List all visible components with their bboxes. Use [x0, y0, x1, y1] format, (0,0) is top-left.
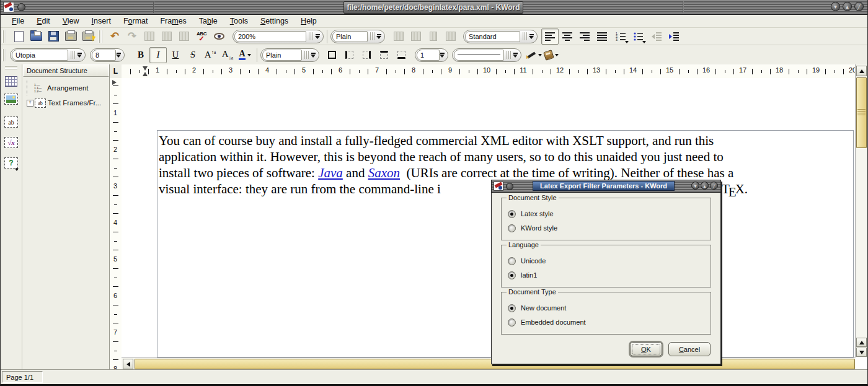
toolbar-handle[interactable] — [5, 66, 17, 70]
v-indent-marker[interactable] — [112, 80, 117, 85]
font-color-button[interactable]: A — [236, 47, 254, 63]
insert-formula-button[interactable]: √x — [2, 134, 20, 151]
scroll-down-button[interactable] — [856, 348, 867, 357]
vertical-scroll-thumb[interactable] — [856, 77, 867, 148]
open-button[interactable] — [27, 29, 45, 45]
dialog-close-button[interactable]: ╱ — [710, 182, 718, 190]
border-bottom-button[interactable] — [392, 47, 410, 63]
chevron-down-icon[interactable] — [513, 53, 518, 58]
dialog-menu-button[interactable] — [506, 183, 513, 190]
menu-edit[interactable]: Edit — [30, 17, 56, 25]
chevron-down-icon[interactable] — [311, 53, 316, 58]
border-right-button[interactable] — [358, 47, 375, 63]
align-right-button[interactable] — [576, 29, 593, 45]
edit-frame-button-3[interactable] — [175, 29, 193, 45]
toolbar-handle[interactable] — [2, 30, 7, 43]
radio-option-unicode[interactable]: Unicode — [508, 256, 546, 266]
minimize-button[interactable]: ▼ — [831, 2, 840, 11]
tab-selector[interactable]: L — [110, 64, 122, 79]
indent-marker[interactable] — [143, 66, 148, 76]
chevron-down-icon[interactable] — [642, 41, 646, 43]
align-justify-button[interactable] — [593, 29, 611, 45]
close-button[interactable]: ╱ — [854, 2, 864, 11]
horizontal-ruler[interactable]: 1234567891011121314151617181920 — [122, 64, 855, 79]
create-style-button[interactable] — [390, 29, 407, 45]
superscript-button[interactable]: A↑a — [202, 47, 219, 63]
dialog-titlebar[interactable]: Latex Export Filter Parameters - KWord ▼… — [492, 180, 720, 193]
radio-option-new-document[interactable]: New document — [508, 303, 566, 313]
menu-tools[interactable]: Tools — [224, 17, 254, 25]
bold-button[interactable]: B — [132, 47, 149, 63]
align-left-button[interactable] — [541, 29, 559, 45]
frame-style-combo[interactable]: Plain — [260, 48, 319, 62]
border-left-button[interactable] — [340, 47, 358, 63]
border-line-style-combo[interactable] — [452, 48, 521, 62]
menu-view[interactable]: View — [56, 17, 86, 25]
window-menu-button[interactable] — [17, 3, 25, 11]
chevron-down-icon[interactable] — [529, 34, 534, 39]
insert-object-button[interactable]: ? — [2, 154, 20, 172]
menu-format[interactable]: Format — [117, 17, 154, 25]
subscript-button[interactable]: A↓a — [219, 47, 236, 63]
insert-text-frame-button[interactable]: ab — [2, 113, 20, 131]
chevron-down-icon[interactable] — [15, 169, 19, 171]
document-canvas[interactable]: You can of course buy and install a full… — [122, 78, 855, 357]
tree-expander[interactable]: + — [27, 100, 33, 107]
font-size-combo[interactable]: 8 — [90, 48, 125, 62]
radio-button[interactable] — [508, 224, 516, 232]
radio-option-latin1[interactable]: latin1 — [508, 270, 537, 280]
maximize-button[interactable]: ▲ — [843, 2, 852, 11]
border-all-button[interactable] — [323, 47, 340, 63]
cancel-button[interactable]: Cancel — [668, 342, 711, 356]
latex-export-dialog[interactable]: Latex Export Filter Parameters - KWord ▼… — [491, 180, 721, 364]
radio-option-embedded-document[interactable]: Embedded document — [508, 317, 586, 327]
scroll-left-button[interactable] — [123, 359, 133, 369]
numbered-list-button[interactable]: 1.2.3. — [613, 29, 631, 45]
chevron-down-icon[interactable] — [116, 53, 121, 58]
menu-table[interactable]: Table — [193, 17, 224, 25]
scroll-up-button-2[interactable] — [856, 338, 867, 347]
insert-picture-button[interactable] — [2, 90, 20, 108]
spellcheck-button[interactable]: ABC✓ — [193, 29, 210, 45]
font-family-combo[interactable]: Utopia — [10, 48, 86, 62]
align-center-button[interactable] — [559, 29, 576, 45]
ok-button[interactable]: OK — [630, 342, 662, 356]
chevron-down-icon[interactable] — [315, 34, 320, 39]
menu-help[interactable]: Help — [294, 17, 323, 25]
formatting-chars-button[interactable] — [210, 29, 228, 45]
bullet-list-button[interactable] — [631, 29, 648, 45]
menu-file[interactable]: File — [6, 17, 30, 25]
radio-option-kword-style[interactable]: KWord style — [508, 223, 557, 233]
strikethrough-button[interactable]: S — [184, 47, 202, 63]
scroll-up-button[interactable] — [856, 66, 867, 76]
radio-button[interactable] — [508, 318, 516, 327]
decrease-indent-button[interactable] — [648, 29, 665, 45]
link-java[interactable]: Java — [318, 165, 343, 180]
border-top-button[interactable] — [375, 47, 392, 63]
radio-button[interactable] — [508, 257, 516, 265]
print-button[interactable] — [62, 29, 79, 45]
dialog-maximize-button[interactable]: ▲ — [701, 182, 709, 190]
zoom-combo[interactable]: 200% — [232, 30, 324, 43]
toolbar-handle[interactable] — [2, 49, 7, 61]
tree-item-text-frames[interactable]: + ab Text Frames/Fr... — [27, 95, 108, 110]
document-structure-header[interactable]: Document Structure — [23, 64, 109, 77]
insert-table-button[interactable] — [2, 72, 20, 90]
dialog-minimize-button[interactable]: ▼ — [691, 182, 699, 190]
italic-button[interactable]: I — [149, 47, 167, 63]
radio-button[interactable] — [508, 210, 516, 218]
paragraph-style-combo[interactable]: Plain — [330, 30, 385, 43]
horizontal-scrollbar[interactable] — [122, 357, 855, 370]
named-style-combo[interactable]: Standard — [463, 30, 538, 43]
chevron-down-icon[interactable] — [376, 34, 381, 39]
radio-button[interactable] — [508, 304, 516, 312]
chevron-down-icon[interactable] — [247, 54, 251, 56]
vertical-scrollbar[interactable] — [855, 64, 867, 357]
underline-button[interactable]: U — [167, 47, 184, 63]
border-color-button[interactable] — [525, 47, 542, 63]
link-saxon[interactable]: Saxon — [368, 165, 400, 180]
new-document-button[interactable] — [10, 29, 27, 45]
redo-button[interactable]: ↷ — [123, 29, 141, 45]
radio-button[interactable] — [508, 271, 516, 279]
menu-frames[interactable]: Frames — [154, 17, 192, 25]
